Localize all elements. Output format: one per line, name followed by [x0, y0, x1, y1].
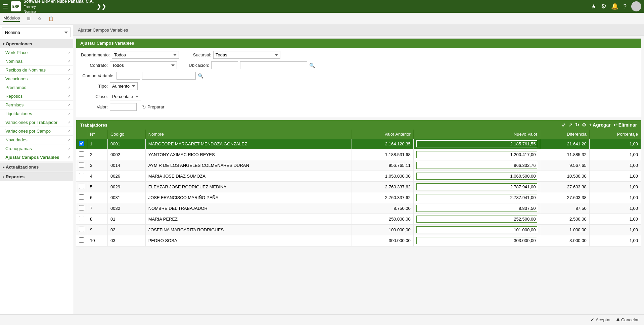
cancelar-button[interactable]: ✖ Cancelar — [616, 317, 639, 322]
nuevo-valor-input[interactable] — [416, 140, 538, 147]
row-nombre: JOSE FRANCISCO MARIÑO PEÑA — [145, 192, 352, 203]
expand-icon[interactable]: ❯❯ — [96, 3, 106, 10]
table-row: 6 0031 JOSE FRANCISCO MARIÑO PEÑA 2.760.… — [76, 192, 641, 203]
tipo-select[interactable]: Aumento — [110, 82, 138, 90]
settings-table-icon[interactable]: ⚙ — [582, 122, 586, 128]
sidebar-item-permisos[interactable]: Permisos↗ — [0, 101, 73, 109]
row-valor-anterior: 300.000,00 — [352, 235, 414, 246]
sidebar-item-variaciones-por-campo[interactable]: Variaciones por Campo↗ — [0, 127, 73, 136]
row-num: 1 — [87, 139, 108, 149]
sidebar-item-variaciones-por-trabajador[interactable]: Variaciones por Trabajador↗ — [0, 118, 73, 127]
refresh-table-icon[interactable]: ↻ — [575, 122, 579, 128]
table-title: Trabajadores — [80, 123, 107, 128]
row-valor-anterior: 100.000,00 — [352, 225, 414, 235]
table-row: 4 0026 MARIA JOSE DIAZ SUMOZA 1.050.000,… — [76, 171, 641, 182]
tab-modulos[interactable]: Módulos — [3, 15, 20, 22]
row-valor-anterior: 8.750,00 — [352, 203, 414, 214]
aceptar-button[interactable]: ✔ Aceptar — [591, 317, 611, 322]
form-body: Departamento: Todos Sucursal: Todas — [76, 48, 641, 117]
sidebar-item-work-place[interactable]: Work Place↗ — [0, 48, 73, 57]
help-icon[interactable]: ? — [623, 3, 627, 10]
nuevo-valor-input[interactable] — [416, 183, 538, 190]
agregar-icon: + — [589, 122, 592, 128]
row-nuevo-valor — [413, 171, 540, 182]
row-checkbox[interactable] — [79, 216, 84, 221]
campo-variable-code-input[interactable]: A001 — [117, 72, 140, 80]
export-table-icon[interactable]: ↗ — [568, 122, 572, 128]
sidebar-item-préstamos[interactable]: Préstamos↗ — [0, 83, 73, 92]
ubicacion-search-icon[interactable]: 🔍 — [309, 63, 315, 68]
nuevo-valor-input[interactable] — [416, 151, 538, 158]
row-checkbox[interactable] — [79, 184, 84, 189]
hamburger-icon[interactable]: ☰ — [3, 3, 8, 10]
nuevo-valor-input[interactable] — [416, 216, 538, 223]
nuevo-valor-input[interactable] — [416, 173, 538, 180]
expand-table-icon[interactable]: ⤢ — [562, 122, 566, 128]
eliminar-button[interactable]: ↩ Eliminar — [613, 122, 637, 128]
row-checkbox[interactable] — [79, 151, 84, 157]
departamento-select[interactable]: Todos — [112, 51, 179, 59]
row-checkbox[interactable] — [79, 162, 84, 168]
tab-star-icon[interactable]: ☆ — [38, 16, 42, 21]
sucursal-select[interactable]: Todas — [213, 51, 280, 59]
ubicacion-input1[interactable]: GUAYOS — [211, 61, 238, 69]
sidebar-item-liquidaciones[interactable]: Liquidaciones↗ — [0, 109, 73, 118]
sidebar-section-0[interactable]: ▾Operaciones — [0, 39, 73, 48]
bottom-bar: ✔ Aceptar ✖ Cancelar — [0, 314, 644, 325]
sidebar-item-recibos-de-nóminas[interactable]: Recibos de Nóminas↗ — [0, 66, 73, 75]
row-checkbox[interactable] — [79, 194, 84, 200]
sidebar-item-ajustar-campos-variables[interactable]: Ajustar Campos Variables↗ — [0, 153, 73, 162]
row-codigo: 02 — [107, 225, 145, 235]
agregar-button[interactable]: + Agregar — [589, 122, 611, 128]
sidebar-item-vacaciones[interactable]: Vacaciones↗ — [0, 75, 73, 83]
valor-input[interactable]: 1.00 — [110, 103, 137, 111]
ubicacion-input2[interactable]: LOS GUAYOS — [240, 61, 307, 69]
campo-variable-name-input[interactable]: Sueldo Mensual — [142, 72, 196, 80]
tab-screen-icon[interactable]: 🖥 — [27, 16, 31, 21]
preparar-button[interactable]: ↻ Preparar — [142, 104, 165, 110]
eliminar-icon: ↩ — [613, 122, 617, 128]
ext-link-icon: ↗ — [67, 86, 70, 89]
clase-select[interactable]: Porcentaje — [110, 93, 141, 100]
sidebar-item-reposos[interactable]: Reposos↗ — [0, 92, 73, 101]
avatar[interactable] — [631, 1, 641, 11]
top-nav-left: ☰ ERP Software ERP en Nube Panama, C.A. … — [3, 0, 106, 14]
sidebar-item-cronogramas[interactable]: Cronogramas↗ — [0, 144, 73, 153]
sidebar-item-novedades[interactable]: Novedades↗ — [0, 136, 73, 144]
row-check-cell — [76, 192, 87, 203]
row-diferencia: 87,50 — [540, 203, 589, 214]
row-checkbox[interactable] — [79, 205, 84, 211]
row-nombre: PEDRO SOSA — [145, 235, 352, 246]
row-nuevo-valor — [413, 160, 540, 171]
tab-doc-icon[interactable]: 📋 — [48, 16, 54, 21]
sidebar-item-nóminas[interactable]: Nóminas↗ — [0, 57, 73, 66]
row-checkbox[interactable] — [79, 141, 84, 146]
star-icon[interactable]: ★ — [591, 3, 596, 10]
sidebar-section-1[interactable]: ▸Actualizaciones — [0, 162, 73, 172]
sidebar-sections: ▾OperacionesWork Place↗Nóminas↗Recibos d… — [0, 39, 73, 181]
row-checkbox[interactable] — [79, 237, 84, 243]
row-checkbox[interactable] — [79, 227, 84, 232]
bell-icon[interactable]: 🔔 — [611, 3, 618, 10]
gear-icon[interactable]: ⚙ — [601, 3, 606, 10]
factory-label: Factory — [24, 4, 94, 9]
nuevo-valor-input[interactable] — [416, 162, 538, 169]
module-select[interactable]: Nomina — [2, 28, 71, 37]
campo-variable-label: Campo Variable: — [81, 73, 114, 78]
col-num: Nº — [87, 130, 108, 139]
col-diferencia: Diferencia — [540, 130, 589, 139]
form-row-3: Campo Variable: A001 Sueldo Mensual 🔍 — [81, 72, 636, 80]
row-porcentaje: 1,00 — [589, 235, 641, 246]
row-checkbox[interactable] — [79, 173, 84, 178]
nuevo-valor-input[interactable] — [416, 194, 538, 201]
nuevo-valor-input[interactable] — [416, 205, 538, 212]
nuevo-valor-input[interactable] — [416, 226, 538, 233]
form-card: Ajustar Campos Variables Departamento: T… — [76, 38, 641, 117]
x-icon: ✖ — [616, 317, 620, 322]
contrato-select[interactable]: Todos — [110, 61, 177, 69]
breadcrumb: Ajustar Campos Variables — [73, 25, 644, 36]
campo-variable-search-icon[interactable]: 🔍 — [198, 73, 203, 79]
nuevo-valor-input[interactable] — [416, 237, 538, 244]
sidebar-section-2[interactable]: ▸Reportes — [0, 172, 73, 181]
form-row-1: Departamento: Todos Sucursal: Todas — [81, 51, 636, 59]
